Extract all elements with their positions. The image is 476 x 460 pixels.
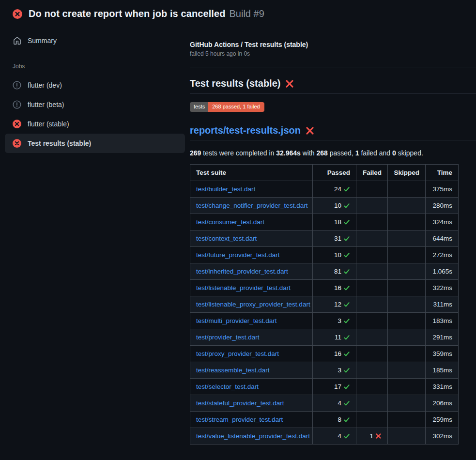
- check-icon: [343, 400, 350, 407]
- failed-cell: 1: [356, 428, 388, 445]
- test-suite-cell: test/builder_test.dart: [190, 181, 313, 198]
- passed-cell: 81: [313, 263, 356, 280]
- col-header-failed: Failed: [356, 165, 388, 181]
- failed-cell: [356, 412, 388, 428]
- table-row: test/provider_test.dart11291ms: [190, 329, 459, 346]
- table-row: test/selector_test.dart17331ms: [190, 379, 459, 395]
- time-cell: 183ms: [426, 313, 459, 329]
- table-row: test/listenable_proxy_provider_test.dart…: [190, 296, 459, 313]
- x-circle-fill-icon: [13, 9, 22, 19]
- test-suite-link[interactable]: test/provider_test.dart: [196, 334, 260, 341]
- col-header-time: Time: [426, 165, 459, 181]
- x-icon: [375, 433, 382, 439]
- jobs-section-label: Jobs: [5, 63, 185, 70]
- time-cell: 331ms: [426, 379, 459, 395]
- passed-cell: 3: [313, 313, 356, 329]
- passed-cell: 24: [313, 181, 356, 198]
- time-cell: 280ms: [426, 198, 459, 214]
- check-icon: [343, 285, 350, 291]
- sidebar: Summary Jobs flutter (dev) flut: [0, 23, 190, 153]
- check-icon: [343, 202, 350, 209]
- time-cell: 322ms: [426, 280, 459, 296]
- skipped-cell: [388, 395, 426, 412]
- sidebar-item-label: flutter (beta): [28, 101, 64, 108]
- failed-cell: [356, 329, 388, 346]
- check-icon: [343, 186, 350, 193]
- test-suite-link[interactable]: test/consumer_test.dart: [196, 218, 264, 226]
- tests-badge-label: tests: [190, 102, 208, 112]
- table-row: test/context_test.dart31644ms: [190, 230, 459, 247]
- test-suite-link[interactable]: test/multi_provider_test.dart: [196, 317, 277, 324]
- time-cell: 185ms: [426, 362, 459, 379]
- sidebar-item-summary[interactable]: Summary: [5, 31, 185, 50]
- check-run-title-text: Test results (stable): [190, 78, 280, 89]
- passed-cell: 31: [313, 230, 356, 247]
- time-cell: 644ms: [426, 230, 459, 247]
- table-row: test/change_notifier_provider_test.dart1…: [190, 198, 459, 214]
- test-suite-link[interactable]: test/future_provider_test.dart: [196, 251, 280, 259]
- check-run-title: Test results (stable): [190, 78, 476, 94]
- passed-cell: 8: [313, 412, 356, 428]
- table-row: test/builder_test.dart24375ms: [190, 181, 459, 198]
- skipped-cell: [388, 198, 426, 214]
- passed-cell: 3: [313, 362, 356, 379]
- test-suite-link[interactable]: test/context_test.dart: [196, 235, 257, 242]
- test-suite-cell: test/provider_test.dart: [190, 329, 313, 346]
- sidebar-item-flutter-beta[interactable]: flutter (beta): [5, 95, 185, 114]
- check-icon: [343, 301, 350, 308]
- test-suite-link[interactable]: test/builder_test.dart: [196, 185, 255, 193]
- sidebar-item-flutter-stable[interactable]: flutter (stable): [5, 114, 185, 134]
- failed-cell: [356, 181, 388, 198]
- check-icon: [343, 219, 350, 226]
- test-suite-cell: test/inherited_provider_test.dart: [190, 263, 313, 280]
- time-cell: 291ms: [426, 329, 459, 346]
- test-suite-cell: test/reassemble_test.dart: [190, 362, 313, 379]
- skipped-cell: [388, 428, 426, 445]
- check-icon: [343, 318, 350, 324]
- duration: 32.964s: [276, 149, 301, 157]
- sidebar-item-test-results-stable[interactable]: Test results (stable): [5, 134, 185, 153]
- test-suite-cell: test/stateful_provider_test.dart: [190, 395, 313, 412]
- test-suite-link[interactable]: test/stateful_provider_test.dart: [196, 399, 284, 407]
- main-content: GitHub Actions / Test results (stable) f…: [190, 23, 476, 445]
- test-suite-link[interactable]: test/listenable_proxy_provider_test.dart: [196, 301, 310, 308]
- check-icon: [343, 334, 350, 341]
- passed-cell: 10: [313, 198, 356, 214]
- report-file-link[interactable]: reports/test-results.json: [190, 125, 301, 136]
- sidebar-item-label: flutter (dev): [28, 81, 62, 89]
- test-suite-link[interactable]: test/selector_test.dart: [196, 383, 259, 390]
- tests-badge: tests 268 passed, 1 failed: [190, 102, 264, 112]
- table-row: test/listenable_provider_test.dart16322m…: [190, 280, 459, 296]
- skipped-cell: [388, 313, 426, 329]
- time-cell: 359ms: [426, 346, 459, 362]
- test-suite-link[interactable]: test/inherited_provider_test.dart: [196, 268, 288, 275]
- check-icon: [343, 268, 350, 275]
- test-suite-link[interactable]: test/stream_provider_test.dart: [196, 416, 283, 423]
- check-icon: [343, 235, 350, 242]
- test-suite-cell: test/proxy_provider_test.dart: [190, 346, 313, 362]
- test-suite-link[interactable]: test/value_listenable_provider_test.dart: [196, 432, 310, 440]
- skipped-cell: [388, 181, 426, 198]
- time-cell: 375ms: [426, 181, 459, 198]
- check-icon: [343, 433, 350, 440]
- failed-cell: [356, 296, 388, 313]
- time-cell: 206ms: [426, 395, 459, 412]
- results-table-body: test/builder_test.dart24375mstest/change…: [190, 181, 459, 445]
- passed-cell: 11: [313, 329, 356, 346]
- test-suite-link[interactable]: test/proxy_provider_test.dart: [196, 350, 279, 357]
- test-suite-link[interactable]: test/reassemble_test.dart: [196, 367, 270, 374]
- check-icon: [343, 383, 350, 390]
- test-suite-cell: test/consumer_test.dart: [190, 214, 313, 230]
- page-title: Do not create report when job is cancell…: [29, 8, 226, 19]
- test-suite-cell: test/value_listenable_provider_test.dart: [190, 428, 313, 445]
- test-suite-link[interactable]: test/listenable_provider_test.dart: [196, 284, 291, 291]
- table-row: test/inherited_provider_test.dart811.065…: [190, 263, 459, 280]
- failed-cell: [356, 230, 388, 247]
- total-count: 269: [190, 149, 201, 157]
- sidebar-item-flutter-dev[interactable]: flutter (dev): [5, 76, 185, 95]
- time-cell: 311ms: [426, 296, 459, 313]
- x-circle-fill-icon: [13, 139, 21, 148]
- table-row: test/multi_provider_test.dart3183ms: [190, 313, 459, 329]
- test-suite-link[interactable]: test/change_notifier_provider_test.dart: [196, 202, 307, 209]
- col-header-skipped: Skipped: [388, 165, 426, 181]
